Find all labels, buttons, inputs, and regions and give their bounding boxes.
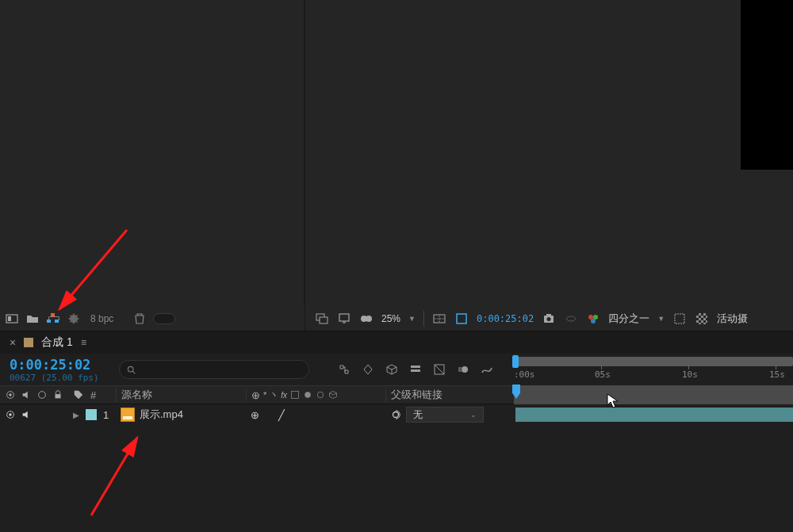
svg-point-16 — [128, 366, 133, 372]
time-navigator[interactable] — [514, 385, 793, 404]
motion-blur-icon[interactable] — [456, 362, 470, 377]
comp-mini-flow-icon[interactable] — [337, 362, 351, 377]
layer-index: 1 — [103, 409, 109, 421]
channel-icon[interactable] — [586, 312, 600, 326]
resolution-chevron-icon[interactable]: ▼ — [657, 315, 665, 323]
svg-point-29 — [9, 413, 12, 416]
layer-shy-switch[interactable]: ⊕ — [251, 409, 259, 421]
timeline-tools — [337, 362, 494, 377]
tick-5s: 05s — [595, 369, 611, 380]
pickwhip-icon[interactable] — [390, 409, 401, 420]
tick-15s: 15s — [769, 369, 785, 380]
project-tools-row: 8 bpc — [0, 307, 305, 331]
composition-tools-row: 25% ▼ 0:00:25:02 四分之一 ▼ 活动摄 — [305, 307, 793, 331]
delete-icon[interactable] — [132, 312, 147, 326]
chevron-down-icon: ⌄ — [470, 411, 477, 419]
layer-twirl-icon[interactable]: ▶ — [73, 411, 79, 419]
cube-3d-icon[interactable] — [385, 362, 399, 377]
adjustment-icon — [316, 390, 325, 400]
layer-name[interactable]: 展示.mp4 — [140, 408, 183, 422]
resolution-dropdown[interactable]: 四分之一 — [608, 312, 649, 326]
svg-rect-25 — [292, 392, 299, 399]
fx-switch-icon: ヽ — [270, 389, 278, 400]
solo-icon[interactable] — [36, 389, 48, 400]
preview-frame-fragment — [741, 0, 793, 170]
zoom-chevron-icon[interactable]: ▼ — [408, 315, 416, 323]
region-of-interest-icon[interactable] — [672, 312, 687, 326]
layer-quality-switch[interactable]: ╱ — [278, 409, 285, 421]
transparency-grid-icon[interactable] — [695, 312, 709, 326]
av-column — [0, 389, 68, 400]
video-eye-icon[interactable] — [5, 389, 16, 400]
always-preview-icon[interactable] — [315, 312, 329, 326]
sourcename-header[interactable]: 源名称 — [116, 388, 246, 402]
grid-mask-icon[interactable] — [454, 312, 469, 326]
zoom-percent[interactable]: 25% — [381, 313, 400, 324]
svg-point-13 — [593, 315, 598, 320]
divider — [423, 311, 424, 327]
interpret-footage-icon[interactable] — [5, 312, 19, 326]
collapse-transform-icon — [290, 390, 300, 400]
camera-dropdown[interactable]: 活动摄 — [717, 312, 748, 326]
layer-search-input[interactable] — [119, 360, 309, 379]
new-folder-icon[interactable] — [25, 312, 40, 326]
svg-point-10 — [547, 317, 551, 321]
svg-rect-15 — [675, 314, 684, 323]
mask-toggle-icon[interactable] — [359, 312, 374, 326]
render-toggle[interactable] — [153, 313, 175, 324]
svg-rect-18 — [411, 369, 420, 372]
lock-icon[interactable] — [52, 389, 63, 400]
snapshot-icon[interactable] — [542, 312, 556, 326]
audio-speaker-icon[interactable] — [21, 389, 32, 400]
svg-point-20 — [462, 366, 468, 373]
safe-zone-icon[interactable] — [432, 312, 446, 326]
close-tab-button[interactable]: × — [10, 336, 16, 349]
parent-dropdown[interactable]: 无 ⌄ — [406, 407, 484, 423]
tab-menu-icon[interactable]: ≡ — [81, 337, 87, 348]
composition-viewer — [305, 0, 793, 307]
project-settings-icon[interactable] — [67, 312, 81, 326]
show-snapshot-icon[interactable] — [564, 312, 578, 326]
switches-header: ⊕ * ヽ fx — [246, 389, 385, 401]
svg-rect-4 — [339, 314, 349, 321]
current-timecode[interactable]: 0:00:25:02 — [10, 357, 119, 373]
quality-icon — [303, 390, 312, 400]
layer-duration-bar[interactable] — [515, 408, 793, 422]
parent-header[interactable]: 父级和链接 — [385, 388, 514, 402]
svg-point-14 — [591, 319, 596, 323]
current-time-indicator[interactable] — [512, 385, 520, 399]
bit-depth-label[interactable]: 8 bpc — [90, 313, 113, 324]
work-area-start-handle[interactable] — [512, 355, 519, 368]
graph-editor-icon[interactable] — [480, 362, 494, 377]
svg-rect-11 — [546, 314, 551, 316]
tag-icon — [73, 389, 84, 400]
svg-rect-1 — [8, 316, 11, 321]
timecode-block[interactable]: 0:00:25:02 00627 (25.00 fps) — [0, 357, 119, 383]
preview-time[interactable]: 0:00:25:02 — [477, 313, 534, 324]
time-ruler[interactable]: :00s 05s 10s 15s — [514, 354, 793, 385]
tick-10s: 10s — [682, 369, 698, 380]
layer-audio-toggle[interactable] — [21, 409, 32, 420]
svg-rect-8 — [457, 314, 466, 323]
comp-tab-name[interactable]: 合成 1 — [41, 335, 73, 350]
layer-color-label[interactable] — [86, 409, 97, 420]
svg-point-6 — [366, 316, 372, 322]
new-composition-icon[interactable] — [46, 312, 60, 326]
draft-3d-icon[interactable] — [361, 362, 375, 377]
asterisk-switch-icon: * — [263, 390, 266, 400]
shy-icon[interactable] — [408, 362, 423, 377]
svg-rect-3 — [320, 317, 328, 323]
layer-video-toggle[interactable] — [5, 409, 16, 420]
work-area-bar[interactable] — [514, 357, 793, 366]
layer-bar-track — [514, 404, 793, 425]
monitor-icon[interactable] — [337, 312, 351, 326]
timeline-tabs: × 合成 1 ≡ — [0, 331, 793, 354]
tick-0s: :00s — [514, 369, 535, 380]
timeline-graph: :00s 05s 10s 15s — [514, 354, 793, 425]
3d-layer-icon — [328, 390, 338, 400]
shy-switch-icon: ⊕ — [251, 389, 260, 401]
svg-point-26 — [305, 392, 311, 398]
comp-tab-icon — [24, 338, 33, 347]
svg-rect-17 — [411, 366, 420, 368]
frame-blend-icon[interactable] — [432, 362, 446, 377]
